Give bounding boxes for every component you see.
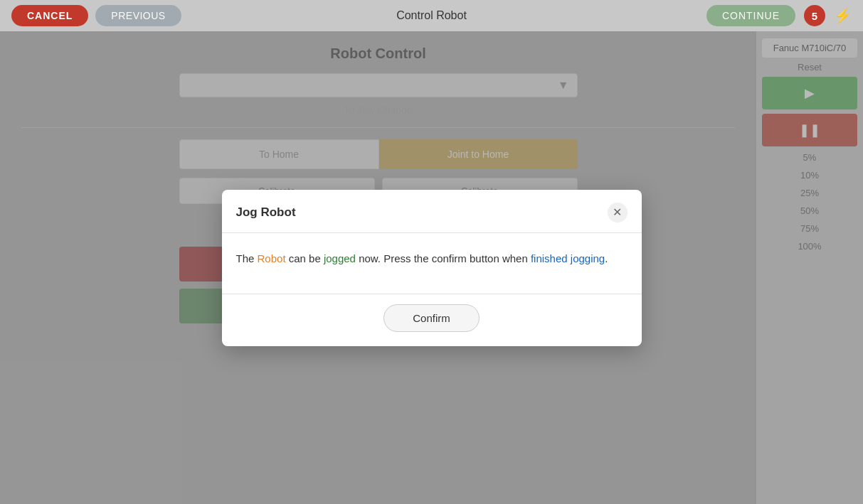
cancel-button[interactable]: CANCEL bbox=[11, 5, 88, 26]
modal-overlay: Jog Robot ✕ The Robot can be jogged now.… bbox=[0, 31, 863, 504]
modal-close-button[interactable]: ✕ bbox=[608, 203, 628, 222]
msg-robot: Robot bbox=[258, 252, 286, 264]
msg-can-be-jogged: can be bbox=[286, 252, 324, 264]
msg-now: now. Press the confirm button when bbox=[356, 252, 531, 264]
top-bar-right: CONTINUE 5 ⚡ bbox=[706, 5, 852, 26]
top-bar-left: CANCEL PREVIOUS bbox=[11, 5, 181, 26]
jog-robot-modal: Jog Robot ✕ The Robot can be jogged now.… bbox=[222, 190, 642, 346]
modal-message: The Robot can be jogged now. Press the c… bbox=[236, 250, 628, 267]
top-bar-title: Control Robot bbox=[396, 9, 467, 22]
modal-title: Jog Robot bbox=[236, 205, 296, 220]
msg-finished-jogging: finished jogging bbox=[531, 252, 605, 264]
top-bar: CANCEL PREVIOUS Control Robot CONTINUE 5… bbox=[0, 0, 863, 31]
modal-body: The Robot can be jogged now. Press the c… bbox=[222, 233, 642, 294]
msg-period: . bbox=[605, 252, 608, 264]
msg-jogged: jogged bbox=[324, 252, 356, 264]
modal-footer: Confirm bbox=[222, 294, 642, 346]
previous-button[interactable]: PREVIOUS bbox=[95, 5, 181, 26]
continue-button[interactable]: CONTINUE bbox=[706, 5, 795, 26]
msg-the: The bbox=[236, 252, 258, 264]
main-area: Robot Control ▼ To Jaw Change To Home Jo… bbox=[0, 31, 863, 504]
confirm-button[interactable]: Confirm bbox=[383, 304, 480, 332]
lightning-icon: ⚡ bbox=[834, 7, 852, 24]
close-icon: ✕ bbox=[613, 205, 622, 219]
notification-badge: 5 bbox=[804, 5, 825, 26]
modal-header: Jog Robot ✕ bbox=[222, 190, 642, 233]
